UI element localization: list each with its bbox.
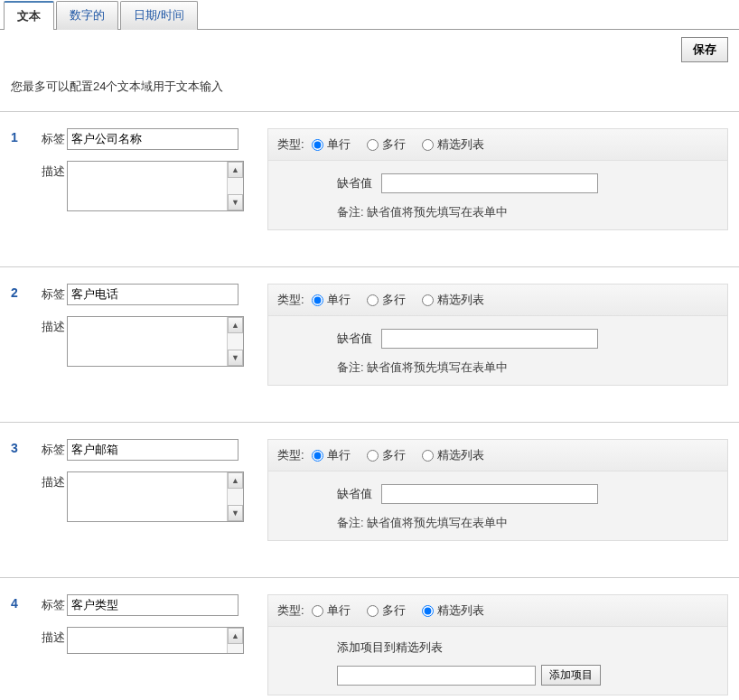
type-label: 类型:	[277, 447, 304, 463]
radio-multi[interactable]: 多行	[367, 447, 406, 463]
field-block: 3 标签 描述 ▲ ▼ 类型: 单行 多行 精选列表	[0, 422, 739, 577]
scrollbar: ▲	[227, 628, 243, 653]
type-row: 类型: 单行 多行 精选列表	[268, 440, 727, 471]
scrollbar: ▲ ▼	[227, 162, 243, 210]
desc-textarea[interactable]	[68, 162, 227, 210]
tag-label: 标签	[42, 284, 67, 305]
scroll-down-icon[interactable]: ▼	[228, 505, 243, 521]
scroll-down-icon[interactable]: ▼	[228, 194, 243, 210]
radio-single[interactable]: 单行	[312, 136, 351, 153]
picklist-section: 添加项目到精选列表 添加项目	[268, 627, 727, 695]
type-label: 类型:	[277, 292, 304, 308]
radio-picklist[interactable]: 精选列表	[422, 447, 484, 463]
field-number: 2	[11, 284, 42, 386]
field-right-col: 类型: 单行 多行 精选列表 缺省值 备注: 缺省值将预先填写在表单中	[267, 284, 728, 386]
note-text: 备注: 缺省值将预先填写在表单中	[337, 515, 718, 531]
scroll-up-icon[interactable]: ▲	[228, 317, 243, 333]
desc-label: 描述	[42, 316, 67, 367]
field-left-col: 标签 描述 ▲ ▼	[42, 128, 267, 230]
desc-textarea-wrap: ▲ ▼	[67, 161, 244, 211]
tabs-bar: 文本 数字的 日期/时间	[0, 0, 739, 30]
field-left-col: 标签 描述 ▲ ▼	[42, 439, 267, 541]
desc-textarea-wrap: ▲ ▼	[67, 316, 244, 367]
default-label: 缺省值	[337, 331, 372, 347]
radio-multi-label: 多行	[382, 602, 406, 619]
field-block: 1 标签 描述 ▲ ▼ 类型: 单行 多行 精选列表	[0, 111, 739, 266]
field-block: 2 标签 描述 ▲ ▼ 类型: 单行 多行 精选列表	[0, 266, 739, 422]
radio-picklist-label: 精选列表	[437, 136, 484, 153]
radio-picklist-label: 精选列表	[437, 602, 484, 619]
scroll-up-icon[interactable]: ▲	[228, 472, 243, 489]
tag-input[interactable]	[67, 128, 239, 150]
tag-label: 标签	[42, 594, 67, 616]
picklist-input[interactable]	[337, 666, 536, 686]
default-input[interactable]	[381, 173, 598, 193]
field-right-col: 类型: 单行 多行 精选列表 缺省值 备注: 缺省值将预先填写在表单中	[267, 439, 728, 541]
radio-picklist[interactable]: 精选列表	[422, 136, 484, 153]
type-label: 类型:	[277, 602, 304, 619]
radio-multi-label: 多行	[382, 292, 406, 308]
field-number: 1	[11, 128, 42, 230]
desc-textarea[interactable]	[68, 317, 227, 366]
field-left-col: 标签 描述 ▲	[42, 594, 267, 695]
type-row: 类型: 单行 多行 精选列表	[268, 285, 727, 316]
desc-label: 描述	[42, 161, 67, 211]
radio-multi[interactable]: 多行	[367, 602, 406, 619]
scrollbar: ▲ ▼	[227, 472, 243, 521]
radio-single-label: 单行	[327, 136, 351, 153]
radio-multi[interactable]: 多行	[367, 292, 406, 308]
type-label: 类型:	[277, 136, 304, 153]
default-section: 缺省值 备注: 缺省值将预先填写在表单中	[268, 161, 727, 229]
radio-single[interactable]: 单行	[312, 292, 351, 308]
field-left-col: 标签 描述 ▲ ▼	[42, 284, 267, 386]
desc-textarea[interactable]	[68, 472, 227, 521]
field-block: 4 标签 描述 ▲ 类型: 单行 多行 精选列表 添加项目到精选列表	[0, 577, 739, 700]
desc-textarea[interactable]	[68, 628, 227, 653]
save-button[interactable]: 保存	[681, 37, 728, 62]
desc-textarea-wrap: ▲ ▼	[67, 471, 244, 522]
radio-multi[interactable]: 多行	[367, 136, 406, 153]
default-label: 缺省值	[337, 486, 372, 502]
desc-textarea-wrap: ▲	[67, 627, 244, 654]
tab-text[interactable]: 文本	[4, 1, 54, 30]
tag-input[interactable]	[67, 439, 239, 461]
desc-label: 描述	[42, 471, 67, 522]
field-right-col: 类型: 单行 多行 精选列表 添加项目到精选列表 添加项目	[267, 594, 728, 695]
tag-input[interactable]	[67, 594, 239, 616]
scroll-up-icon[interactable]: ▲	[228, 162, 243, 178]
radio-picklist[interactable]: 精选列表	[422, 602, 484, 619]
default-section: 缺省值 备注: 缺省值将预先填写在表单中	[268, 471, 727, 540]
radio-picklist-label: 精选列表	[437, 292, 484, 308]
scrollbar: ▲ ▼	[227, 317, 243, 366]
field-number: 3	[11, 439, 42, 541]
tag-label: 标签	[42, 439, 67, 461]
radio-single-label: 单行	[327, 292, 351, 308]
radio-multi-label: 多行	[382, 136, 406, 153]
note-text: 备注: 缺省值将预先填写在表单中	[337, 359, 718, 376]
default-label: 缺省值	[337, 175, 372, 191]
tag-label: 标签	[42, 128, 67, 150]
type-row: 类型: 单行 多行 精选列表	[268, 129, 727, 161]
intro-text: 您最多可以配置24个文本域用于文本输入	[0, 70, 739, 111]
radio-single-label: 单行	[327, 602, 351, 619]
picklist-title: 添加项目到精选列表	[337, 639, 718, 656]
radio-picklist[interactable]: 精选列表	[422, 292, 484, 308]
radio-single[interactable]: 单行	[312, 602, 351, 619]
radio-picklist-label: 精选列表	[437, 447, 484, 463]
add-item-button[interactable]: 添加项目	[541, 665, 601, 686]
desc-label: 描述	[42, 627, 67, 654]
default-section: 缺省值 备注: 缺省值将预先填写在表单中	[268, 316, 727, 385]
radio-single-label: 单行	[327, 447, 351, 463]
default-input[interactable]	[381, 329, 598, 349]
default-input[interactable]	[381, 484, 598, 504]
radio-multi-label: 多行	[382, 447, 406, 463]
tab-numeric[interactable]: 数字的	[56, 1, 118, 30]
field-number: 4	[11, 594, 42, 695]
note-text: 备注: 缺省值将预先填写在表单中	[337, 204, 718, 220]
scroll-up-icon[interactable]: ▲	[228, 628, 243, 644]
radio-single[interactable]: 单行	[312, 447, 351, 463]
tab-datetime[interactable]: 日期/时间	[120, 1, 198, 30]
type-row: 类型: 单行 多行 精选列表	[268, 595, 727, 627]
scroll-down-icon[interactable]: ▼	[228, 350, 243, 366]
tag-input[interactable]	[67, 284, 239, 305]
